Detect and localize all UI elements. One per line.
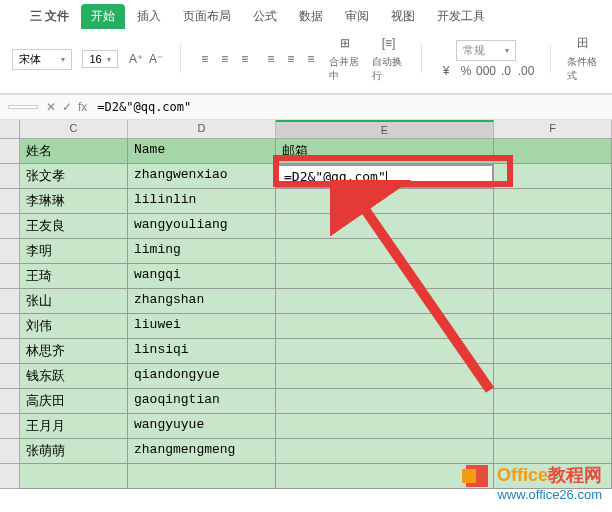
cell-name-en[interactable]: lilinlin [128,189,276,214]
cell-name-en[interactable]: qiandongyue [128,364,276,389]
row-header[interactable] [0,164,20,189]
percent-icon[interactable]: % [458,63,474,79]
align-mid-icon[interactable]: ≡ [217,51,233,67]
header-blank[interactable] [494,139,612,164]
font-select[interactable]: 宋体▾ [12,49,72,70]
cell-email[interactable] [276,364,494,389]
cell-name-cn[interactable]: 王友良 [20,214,128,239]
cell-name-en[interactable]: liming [128,239,276,264]
size-select[interactable]: 16▾ [82,50,118,68]
increase-font-icon[interactable]: A⁺ [128,51,144,67]
align-bot-icon[interactable]: ≡ [237,51,253,67]
cell-name-en[interactable]: wangyouliang [128,214,276,239]
row-header[interactable] [0,464,20,489]
row-header[interactable] [0,214,20,239]
cell-blank[interactable] [494,364,612,389]
fx-icon[interactable]: fx [78,100,87,114]
wrap-icon[interactable]: [≡] [381,35,397,51]
condfmt-icon[interactable]: 田 [575,35,591,51]
cell-blank[interactable] [494,439,612,464]
col-header-f[interactable]: F [494,120,612,138]
cell[interactable] [20,464,128,489]
cell-email[interactable] [276,314,494,339]
decrease-font-icon[interactable]: A⁻ [148,51,164,67]
cell-name-cn[interactable]: 刘伟 [20,314,128,339]
accept-icon[interactable]: ✓ [62,100,72,114]
tab-layout[interactable]: 页面布局 [173,4,241,29]
cell-blank[interactable] [494,214,612,239]
cell-email[interactable] [276,214,494,239]
cell-name-en[interactable]: wangqi [128,264,276,289]
tab-formula[interactable]: 公式 [243,4,287,29]
cell-email[interactable] [276,289,494,314]
cell-blank[interactable] [494,189,612,214]
col-header-d[interactable]: D [128,120,276,138]
cell-name-en[interactable]: liuwei [128,314,276,339]
tab-dev[interactable]: 开发工具 [427,4,495,29]
merge-icon[interactable]: ⊞ [337,35,353,51]
cell-name-cn[interactable]: 李琳琳 [20,189,128,214]
tab-file[interactable]: 三 文件 [20,4,79,29]
row-header[interactable] [0,314,20,339]
select-all-corner[interactable] [0,120,20,138]
cell-email[interactable] [276,339,494,364]
header-name-cn[interactable]: 姓名 [20,139,128,164]
header-email[interactable]: 邮箱 [276,139,494,164]
row-header[interactable] [0,389,20,414]
cell-email-editing[interactable]: =D2&"@qq.com" [276,164,494,189]
cell-name-en[interactable]: gaoqingtian [128,389,276,414]
row-header[interactable] [0,439,20,464]
cell-name-cn[interactable]: 李明 [20,239,128,264]
dec-inc-icon[interactable]: .0 [498,63,514,79]
tab-review[interactable]: 审阅 [335,4,379,29]
row-header[interactable] [0,364,20,389]
tab-insert[interactable]: 插入 [127,4,171,29]
dec-dec-icon[interactable]: .00 [518,63,534,79]
cell-name-en[interactable]: zhangmengmeng [128,439,276,464]
cell-blank[interactable] [494,414,612,439]
cancel-icon[interactable]: ✕ [46,100,56,114]
cell-email[interactable] [276,264,494,289]
row-header[interactable] [0,239,20,264]
cell-blank[interactable] [494,264,612,289]
align-top-icon[interactable]: ≡ [197,51,213,67]
cell-name-cn[interactable]: 张文孝 [20,164,128,189]
cell-name-en[interactable]: zhangwenxiao [128,164,276,189]
cell-email[interactable] [276,389,494,414]
row-header[interactable] [0,339,20,364]
tab-view[interactable]: 视图 [381,4,425,29]
header-name-en[interactable]: Name [128,139,276,164]
cell-name-cn[interactable]: 林思齐 [20,339,128,364]
formula-input[interactable] [95,98,604,116]
numfmt-select[interactable]: 常规▾ [456,40,516,61]
cell-email[interactable] [276,239,494,264]
cell-name-en[interactable]: linsiqi [128,339,276,364]
currency-icon[interactable]: ¥ [438,63,454,79]
align-right-icon[interactable]: ≡ [303,51,319,67]
col-header-c[interactable]: C [20,120,128,138]
col-header-e[interactable]: E [276,120,494,138]
cell-name-en[interactable]: zhangshan [128,289,276,314]
align-left-icon[interactable]: ≡ [263,51,279,67]
comma-icon[interactable]: 000 [478,63,494,79]
row-header[interactable] [0,139,20,164]
row-header[interactable] [0,414,20,439]
cell-name-cn[interactable]: 高庆田 [20,389,128,414]
cell-name-cn[interactable]: 王月月 [20,414,128,439]
cell-email[interactable] [276,439,494,464]
name-box[interactable] [8,105,38,109]
cell-email[interactable] [276,189,494,214]
cell-blank[interactable] [494,164,612,189]
cell-blank[interactable] [494,314,612,339]
cell-name-cn[interactable]: 钱东跃 [20,364,128,389]
cell[interactable] [128,464,276,489]
cell-name-en[interactable]: wangyuyue [128,414,276,439]
row-header[interactable] [0,264,20,289]
cell-email[interactable] [276,414,494,439]
cell-blank[interactable] [494,239,612,264]
cell-name-cn[interactable]: 张山 [20,289,128,314]
row-header[interactable] [0,289,20,314]
cell-name-cn[interactable]: 张萌萌 [20,439,128,464]
tab-data[interactable]: 数据 [289,4,333,29]
cell-name-cn[interactable]: 王琦 [20,264,128,289]
